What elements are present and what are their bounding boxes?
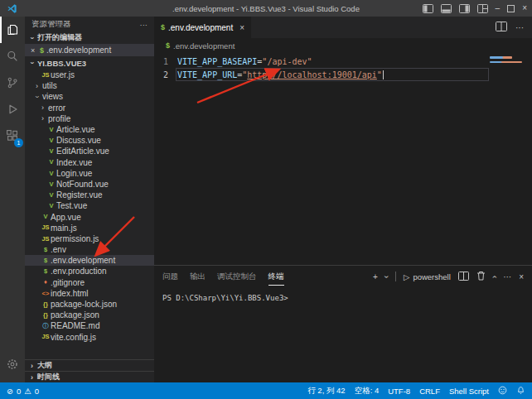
new-terminal-icon[interactable]: + <box>373 272 378 281</box>
minimize-button[interactable]: – <box>496 4 501 12</box>
tree-item[interactable]: › JS permission.js <box>25 233 154 244</box>
tree-item[interactable]: › V Index.vue <box>25 157 154 168</box>
editor-area: $ .env.development × ··· $ .env.developm… <box>154 17 532 382</box>
url-link[interactable]: http://localhost:19001/api <box>247 70 377 79</box>
tree-item[interactable]: › V EditArticle.vue <box>25 146 154 156</box>
error-icon: ⊘ <box>7 387 13 396</box>
explorer-icon[interactable] <box>0 17 25 43</box>
close-button[interactable]: × <box>522 4 527 12</box>
close-panel-icon[interactable]: × <box>519 272 524 281</box>
tree-item[interactable]: › {} package.json <box>25 310 154 320</box>
customize-layout-icon[interactable] <box>477 4 488 13</box>
extensions-icon[interactable]: 1 <box>0 123 25 149</box>
panel-tab[interactable]: 输出 <box>190 268 206 286</box>
panel-header: 问题输出调试控制台终端 + › ▷ powershell › ··· × <box>154 266 532 287</box>
open-editors-header[interactable]: › 打开的编辑器 <box>25 31 154 44</box>
project-root-header[interactable]: › YI.BBS.VUE3 <box>25 56 154 70</box>
split-terminal-icon[interactable] <box>458 272 469 282</box>
tree-item[interactable]: › V Discuss.vue <box>25 135 154 146</box>
chevron-icon: › <box>33 93 41 100</box>
vue-icon: V <box>46 203 56 209</box>
powershell-icon: ▷ <box>404 272 409 281</box>
tree-item[interactable]: › $ .env.development <box>25 255 154 266</box>
chevron-icon: › <box>39 103 46 112</box>
toggle-sidebar-icon[interactable] <box>423 4 433 13</box>
tree-item[interactable]: › ♦ .gitignore <box>25 277 154 288</box>
tree-item[interactable]: › V App.vue <box>25 211 154 222</box>
close-icon[interactable]: × <box>239 23 244 32</box>
divider <box>395 272 396 281</box>
outline-section[interactable]: › 大纲 <box>25 359 154 371</box>
encoding[interactable]: UTF-8 <box>388 387 410 396</box>
sidebar-more-actions-icon[interactable]: ··· <box>140 20 148 29</box>
language-mode[interactable]: Shell Script <box>449 387 489 396</box>
tree-item[interactable]: › V Login.vue <box>25 168 154 179</box>
close-icon[interactable]: × <box>31 46 37 55</box>
tab-bar: $ .env.development × ··· <box>154 17 532 38</box>
panel-tab[interactable]: 终端 <box>268 268 284 286</box>
tree-item[interactable]: › views <box>25 91 154 102</box>
file-label: profile <box>48 114 70 123</box>
info-icon: ⓘ <box>41 323 51 329</box>
tree-item[interactable]: › JS user.js <box>25 70 154 80</box>
panel-tab[interactable]: 调试控制台 <box>217 268 257 286</box>
kill-terminal-icon[interactable] <box>476 271 486 282</box>
tree-item[interactable]: › V Article.vue <box>25 124 154 135</box>
settings-gear-icon[interactable] <box>0 351 25 377</box>
indentation[interactable]: 空格: 4 <box>355 386 380 397</box>
vue-icon: V <box>41 214 51 220</box>
tree-item[interactable]: › utils <box>25 80 154 91</box>
run-debug-icon[interactable] <box>0 96 25 123</box>
panel-tab[interactable]: 问题 <box>162 268 178 286</box>
terminal[interactable]: PS D:\CSharp\Yi\Yi.BBS.Vue3> <box>154 287 532 382</box>
vscode-window: .env.development - Yi.BBS.Vue3 - Visual … <box>0 0 532 399</box>
more-actions-icon[interactable]: ··· <box>515 23 524 32</box>
editor-tab[interactable]: $ .env.development × <box>154 17 251 38</box>
eol-sequence[interactable]: CRLF <box>419 387 440 396</box>
feedback-icon[interactable] <box>498 386 507 397</box>
breadcrumb[interactable]: $ .env.development <box>154 38 532 53</box>
notifications-bell-icon[interactable] <box>516 386 525 397</box>
tree-item[interactable]: › <> index.html <box>25 288 154 299</box>
source-control-icon[interactable] <box>0 70 25 96</box>
tree-item[interactable]: › JS vite.config.js <box>25 332 154 343</box>
timeline-section[interactable]: › 时间线 <box>25 371 154 382</box>
tree-item[interactable]: › $ .env <box>25 244 154 255</box>
terminal-instance-item[interactable]: ▷ powershell <box>404 272 451 281</box>
maximize-button[interactable] <box>507 5 515 12</box>
line-number: 2 <box>154 70 176 79</box>
tree-item[interactable]: › V Test.vue <box>25 200 154 211</box>
tree-item[interactable]: › JS main.js <box>25 223 154 233</box>
code-editor[interactable]: 1 VITE_APP_BASEAPI="/api-dev" 2 VITE_APP… <box>154 53 532 265</box>
tree-item[interactable]: › ⓘ README.md <box>25 320 154 331</box>
tree-item[interactable]: › {} package-lock.json <box>25 299 154 310</box>
file-label: NotFound.vue <box>56 180 109 189</box>
tree-item[interactable]: › V Register.vue <box>25 190 154 200</box>
shell-icon: $ <box>166 41 170 50</box>
panel-more-icon[interactable]: ··· <box>503 272 511 281</box>
file-label: .env.development <box>51 256 115 265</box>
sidebar-title: 资源管理器 <box>31 19 71 30</box>
tree-item[interactable]: › V NotFound.vue <box>25 179 154 190</box>
git-icon: ♦ <box>41 279 51 286</box>
tree-item[interactable]: › $ .env.production <box>25 266 154 276</box>
toggle-panel-icon[interactable] <box>441 4 452 13</box>
open-editor-item[interactable]: × $ .env.development <box>25 44 154 56</box>
tree-item[interactable]: › error <box>25 103 154 113</box>
tree-item[interactable]: › profile <box>25 113 154 124</box>
vue-icon: V <box>46 148 56 155</box>
maximize-panel-icon[interactable]: › <box>490 275 499 277</box>
minimap[interactable] <box>490 56 522 63</box>
js-icon: JS <box>41 224 51 231</box>
problems-status[interactable]: ⊘ 0 ⚠ 0 <box>7 387 39 396</box>
search-icon[interactable] <box>0 43 25 70</box>
terminal-dropdown-icon[interactable]: › <box>382 275 391 277</box>
split-editor-icon[interactable] <box>496 22 507 33</box>
toggle-secondary-sidebar-icon[interactable] <box>459 4 470 13</box>
shell-icon: $ <box>41 257 51 264</box>
tab-label: .env.development <box>168 23 233 32</box>
file-label: Discuss.vue <box>56 136 101 145</box>
js-icon: JS <box>41 334 51 340</box>
html-icon: <> <box>41 291 51 297</box>
cursor-position[interactable]: 行 2, 列 42 <box>307 386 345 397</box>
